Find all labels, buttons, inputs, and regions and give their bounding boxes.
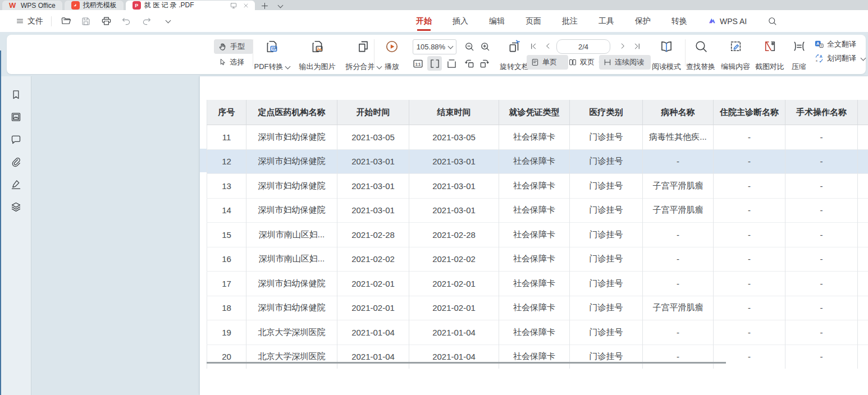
wps-ai-logo-icon (708, 17, 717, 26)
tab-document[interactable]: P 就 医 记 录 .PDF (126, 1, 255, 10)
redo-button[interactable] (140, 15, 153, 27)
menu-wps-ai[interactable]: WPS AI (705, 10, 750, 32)
thumbnails-panel-button[interactable] (9, 110, 22, 123)
compress-button[interactable]: 压缩 (783, 38, 815, 73)
page-indicator-input[interactable]: 2/4 (556, 39, 610, 54)
table-cell: 2021-03-05 (409, 125, 499, 150)
signature-panel-button[interactable] (9, 177, 22, 191)
table-row: 12深圳市妇幼保健院2021-03-012021-03-01社会保障卡门诊挂号-… (207, 149, 868, 174)
export-image-button[interactable]: 输出为图片 (290, 38, 344, 73)
table-cell: - (643, 247, 714, 272)
table-row: 14深圳市妇幼保健院2021-03-012021-03-01社会保障卡门诊挂号子… (207, 198, 868, 223)
comment-icon (10, 134, 22, 145)
table-cell: - (643, 320, 714, 345)
last-page-button[interactable] (632, 40, 642, 52)
table-cell: 11 (207, 125, 246, 150)
full-translate-button[interactable]: A文 全文翻译 (814, 39, 865, 49)
first-page-button[interactable] (528, 40, 538, 52)
fit-page-button[interactable] (444, 56, 459, 71)
table-cell: 2021-03-01 (337, 198, 409, 223)
actual-size-icon: 1:1 (412, 58, 424, 70)
print-button[interactable] (100, 15, 112, 27)
close-tab-icon[interactable] (241, 1, 250, 10)
table-cell: 门诊挂号 (570, 320, 643, 345)
layers-panel-button[interactable] (9, 200, 22, 213)
fit-width-button[interactable] (427, 56, 442, 71)
undo-button[interactable] (120, 15, 133, 27)
table-cell: - (714, 198, 785, 223)
chevron-left-icon (544, 42, 552, 50)
table-cell: 2021-02-01 (337, 296, 409, 320)
open-file-button[interactable] (60, 15, 72, 27)
word-translate-button[interactable]: xA 划词翻译 (814, 53, 865, 63)
column-header: 病种名称 (643, 100, 714, 125)
table-cell: 2021-03-01 (409, 149, 499, 174)
pdf-convert-button[interactable]: W PDF转换 (248, 38, 296, 73)
menu-search-button[interactable] (764, 10, 780, 32)
pen-icon (10, 178, 22, 190)
file-menu-label: 文件 (28, 16, 43, 26)
table-cell: 深圳市妇幼保健院 (246, 272, 337, 296)
table-cell: 20 (207, 345, 246, 369)
table-cell: 2021-03-01 (409, 198, 499, 223)
table-cell: - (785, 320, 858, 345)
window-edge (0, 50, 1, 395)
table-cell: - (643, 272, 714, 296)
table-cell: 19 (207, 320, 246, 345)
table-cell: 门诊挂号 (570, 174, 643, 199)
layers-icon (10, 201, 22, 213)
bookmarks-panel-button[interactable] (9, 88, 22, 101)
single-page-button[interactable]: 单页 (527, 55, 568, 70)
column-header: 住院主诊断名称 (714, 100, 785, 125)
tab-wps-office[interactable]: W WPS Office (2, 1, 62, 10)
export-image-icon (310, 39, 325, 54)
table-cell: 2021-02-28 (409, 223, 499, 247)
menu-insert[interactable]: 插入 (449, 10, 472, 32)
attachments-panel-button[interactable] (9, 155, 22, 168)
table-row: 13深圳市妇幼保健院2021-03-012021-03-01社会保障卡门诊挂号子… (207, 174, 868, 199)
actual-size-button[interactable]: 1:1 (410, 56, 425, 71)
table-cell: 子宫平滑肌瘤 (643, 296, 714, 320)
rotate-left-button[interactable] (462, 56, 477, 71)
zoom-out-button[interactable] (462, 39, 477, 54)
save-button[interactable] (80, 15, 92, 27)
next-page-button[interactable] (618, 40, 628, 52)
table-row: 11深圳市妇幼保健院2021-03-052021-03-05社会保障卡门诊挂号病… (207, 125, 868, 150)
menu-convert[interactable]: 转换 (668, 10, 691, 32)
menu-comment[interactable]: 批注 (559, 10, 581, 32)
tab-label: 就 医 记 录 .PDF (144, 1, 226, 10)
table-row: 18深圳市妇幼保健院2021-02-012021-02-01社会保障卡门诊挂号子… (207, 296, 868, 320)
pdf-logo-icon: P (133, 1, 141, 10)
table-cell: 子宫平滑肌瘤 (643, 174, 714, 199)
comments-panel-button[interactable] (9, 132, 22, 146)
table-cell-partial (858, 223, 868, 247)
svg-text:x: x (816, 59, 817, 62)
pdf-page: 序号定点医药机构名称开始时间结束时间就诊凭证类型医疗类别病种名称住院主诊断名称手… (200, 76, 868, 395)
table-cell: 2021-01-04 (337, 345, 409, 369)
column-header: 手术操作名称 (785, 100, 858, 125)
new-tab-button[interactable] (261, 1, 269, 10)
table-row: 16深圳市南山区妇...2021-02-022021-02-02社会保障卡门诊挂… (207, 247, 868, 272)
menu-page[interactable]: 页面 (522, 10, 545, 32)
table-cell: - (785, 198, 858, 223)
menu-home[interactable]: 开始 (413, 10, 435, 32)
tab-list-chevron-icon[interactable] (275, 1, 284, 10)
fit-page-icon (446, 58, 458, 70)
menu-tools[interactable]: 工具 (595, 10, 618, 32)
continuous-read-button[interactable]: 连续阅读 (599, 55, 651, 70)
table-cell: 18 (207, 296, 246, 320)
file-menu-button[interactable]: 文件 (16, 16, 43, 26)
table-cell: 2021-03-01 (337, 174, 409, 199)
menu-protect[interactable]: 保护 (632, 10, 654, 32)
zoom-level-select[interactable]: 105.88% (413, 39, 456, 54)
previous-page-button[interactable] (543, 40, 553, 52)
more-quick-actions-chevron-icon[interactable] (161, 15, 173, 27)
menu-edit[interactable]: 编辑 (486, 10, 508, 32)
table-cell: 社会保障卡 (499, 296, 570, 320)
monitor-icon[interactable] (229, 1, 238, 10)
play-button[interactable]: 播放 (375, 38, 409, 73)
tab-docer-templates[interactable]: 找稻壳模板 (65, 1, 124, 10)
word-translate-icon: xA (814, 53, 824, 63)
table-cell: 深圳市南山区妇... (246, 223, 337, 247)
table-cell: 门诊挂号 (570, 125, 643, 150)
